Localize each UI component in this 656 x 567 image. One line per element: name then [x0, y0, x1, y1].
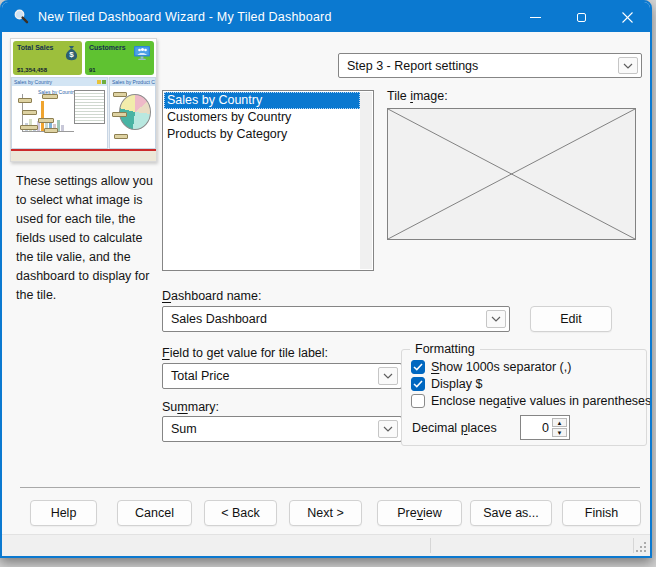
status-bar	[2, 534, 650, 556]
preview-tile-customers: Customers 91	[85, 41, 154, 75]
checkbox-row-thousands-separator[interactable]: Show 1000s separator (,)	[411, 360, 571, 374]
checkbox-row-display-dollar[interactable]: Display $	[411, 377, 482, 391]
preview-data-label	[20, 125, 38, 130]
field-value: Total Price	[171, 369, 229, 383]
preview-button[interactable]: Preview	[377, 500, 462, 526]
checkbox-icon[interactable]	[411, 377, 425, 391]
button-separator	[20, 487, 640, 488]
dashboard-preview-image: Total Sales $1,354,458 $ Customers 91	[10, 38, 157, 162]
window-title: New Tiled Dashboard Wizard - My Tiled Da…	[38, 10, 332, 24]
window-controls	[512, 2, 650, 32]
preview-data-label	[114, 134, 128, 139]
preview-chart-panels: Sales by Country Sales by Country Sales …	[11, 77, 156, 149]
list-item[interactable]: Sales by Country	[164, 92, 360, 109]
preview-product-category-panel: Sales by Product Category	[109, 77, 156, 149]
checkbox-label: Enclose negative values in parentheses	[431, 394, 651, 408]
chevron-down-icon[interactable]	[378, 420, 398, 438]
preview-tile-total-sales: Total Sales $1,354,458 $	[13, 41, 82, 75]
summary-label: Summary:	[162, 400, 219, 414]
checkbox-label: Show 1000s separator (,)	[431, 360, 571, 374]
help-button[interactable]: Help	[30, 500, 97, 526]
dashboard-name-value: Sales Dashboard	[171, 312, 267, 326]
preview-data-label	[18, 98, 32, 103]
preview-bar	[41, 101, 44, 131]
preview-data-label	[44, 128, 58, 133]
spinner-up-icon[interactable]: ▲	[552, 418, 567, 427]
preview-panel-toolbar-icons	[97, 80, 106, 84]
preview-bar	[61, 125, 64, 131]
step-selector-value: Step 3 - Report settings	[347, 59, 478, 73]
minimize-icon[interactable]	[512, 2, 558, 32]
formatting-group-title: Formatting	[410, 342, 480, 356]
spinner-down-icon[interactable]: ▼	[552, 428, 567, 437]
wizard-window: New Tiled Dashboard Wizard - My Tiled Da…	[0, 0, 652, 558]
summary-value: Sum	[171, 422, 197, 436]
chevron-down-icon[interactable]	[378, 367, 398, 385]
preview-data-label	[113, 92, 127, 97]
checkbox-icon[interactable]	[411, 360, 425, 374]
preview-footer	[11, 151, 156, 161]
back-button[interactable]: < Back	[204, 500, 277, 526]
listbox-scrollbar[interactable]	[360, 92, 372, 269]
edit-button[interactable]: Edit	[530, 306, 612, 332]
preview-legend	[74, 90, 105, 124]
monitor-users-icon	[133, 45, 151, 65]
checkbox-icon[interactable]	[411, 394, 425, 408]
maximize-icon[interactable]	[558, 2, 604, 32]
preview-data-label	[38, 118, 54, 123]
report-listbox[interactable]: Sales by Country Customers by Country Pr…	[162, 90, 374, 271]
checkbox-row-negative-parentheses[interactable]: Enclose negative values in parentheses	[411, 394, 651, 408]
chevron-down-icon[interactable]	[618, 57, 638, 74]
close-icon[interactable]	[604, 2, 650, 32]
preview-data-label	[42, 94, 58, 99]
dashboard-name-label: Dashboard name:	[162, 289, 261, 303]
step-description: These settings allow you to select what …	[16, 172, 155, 305]
list-item[interactable]: Customers by Country	[164, 109, 360, 126]
resize-grip-icon[interactable]	[636, 542, 646, 552]
decimal-places-value: 0	[542, 421, 549, 435]
status-bar-divider	[430, 538, 431, 553]
preview-panel-title: Sales by Country	[12, 78, 107, 86]
preview-data-label	[112, 112, 127, 117]
placeholder-cross-icon	[388, 109, 635, 239]
preview-tile-value: 91	[89, 67, 96, 73]
tile-image-label: Tile image:	[387, 89, 448, 103]
preview-sales-by-country-panel: Sales by Country Sales by Country	[11, 77, 108, 149]
decimal-places-label: Decimal places	[412, 421, 497, 435]
next-button[interactable]: Next >	[289, 500, 362, 526]
cancel-button[interactable]: Cancel	[117, 500, 192, 526]
preview-data-label	[22, 110, 37, 115]
dashboard-name-combo[interactable]: Sales Dashboard	[162, 306, 510, 332]
money-bag-icon: $	[64, 45, 79, 65]
finish-button[interactable]: Finish	[562, 500, 641, 526]
save-as-button[interactable]: Save as...	[470, 500, 552, 526]
tile-image-placeholder	[387, 108, 636, 240]
chevron-down-icon[interactable]	[486, 310, 506, 328]
svg-text:$: $	[69, 50, 74, 59]
field-label: Field to get value for tile label:	[162, 346, 328, 360]
step-selector-combo[interactable]: Step 3 - Report settings	[338, 53, 642, 78]
checkbox-label: Display $	[431, 377, 482, 391]
app-magnifier-icon	[12, 8, 30, 26]
decimal-places-spinner[interactable]: 0 ▲ ▼	[520, 415, 570, 440]
preview-panel-title: Sales by Product Category	[110, 78, 155, 86]
field-combo[interactable]: Total Price	[162, 363, 402, 389]
title-bar[interactable]: New Tiled Dashboard Wizard - My Tiled Da…	[2, 2, 650, 32]
summary-combo[interactable]: Sum	[162, 416, 402, 442]
status-bar-divider	[633, 538, 634, 553]
list-item[interactable]: Products by Category	[164, 126, 360, 143]
preview-tile-value: $1,354,458	[17, 67, 47, 73]
preview-tiles: Total Sales $1,354,458 $ Customers 91	[11, 39, 156, 77]
